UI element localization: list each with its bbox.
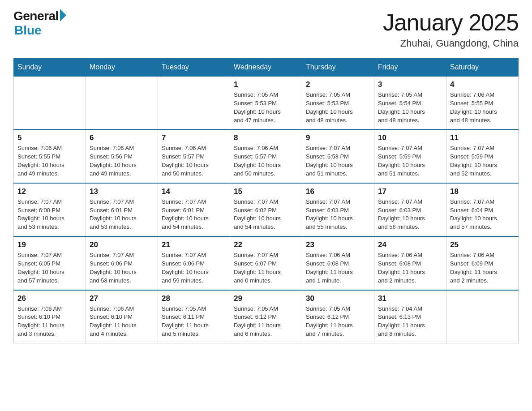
calendar-header-friday: Friday (374, 59, 446, 77)
day-number: 27 (90, 294, 154, 303)
day-info: Sunrise: 7:06 AMSunset: 5:55 PMDaylight:… (450, 91, 515, 124)
calendar-cell: 20Sunrise: 7:07 AMSunset: 6:06 PMDayligh… (86, 236, 158, 290)
logo-general-text: General (13, 9, 59, 23)
calendar-week-4: 19Sunrise: 7:07 AMSunset: 6:05 PMDayligh… (14, 236, 519, 290)
day-info: Sunrise: 7:05 AMSunset: 6:12 PMDaylight:… (234, 305, 298, 338)
calendar-cell: 5Sunrise: 7:06 AMSunset: 5:55 PMDaylight… (14, 129, 86, 183)
day-info: Sunrise: 7:05 AMSunset: 6:11 PMDaylight:… (162, 305, 226, 338)
calendar-header-tuesday: Tuesday (158, 59, 230, 77)
day-number: 24 (378, 240, 442, 249)
day-number: 4 (450, 80, 515, 89)
calendar-cell: 11Sunrise: 7:07 AMSunset: 5:59 PMDayligh… (446, 129, 519, 183)
day-info: Sunrise: 7:07 AMSunset: 6:00 PMDaylight:… (17, 198, 82, 231)
calendar-cell: 14Sunrise: 7:07 AMSunset: 6:01 PMDayligh… (158, 183, 230, 236)
day-info: Sunrise: 7:07 AMSunset: 6:01 PMDaylight:… (162, 198, 226, 231)
calendar-week-5: 26Sunrise: 7:06 AMSunset: 6:10 PMDayligh… (14, 290, 519, 343)
day-number: 19 (17, 240, 82, 249)
title-section: January 2025 Zhuhai, Guangdong, China (383, 9, 519, 49)
calendar-cell: 7Sunrise: 7:06 AMSunset: 5:57 PMDaylight… (158, 129, 230, 183)
calendar-cell: 24Sunrise: 7:06 AMSunset: 6:08 PMDayligh… (374, 236, 446, 290)
month-title: January 2025 (383, 9, 519, 36)
calendar-cell: 2Sunrise: 7:05 AMSunset: 5:53 PMDaylight… (302, 76, 374, 129)
calendar-header-row: SundayMondayTuesdayWednesdayThursdayFrid… (14, 59, 519, 77)
calendar-header-thursday: Thursday (302, 59, 374, 77)
calendar-header-saturday: Saturday (446, 59, 519, 77)
calendar-cell: 1Sunrise: 7:05 AMSunset: 5:53 PMDaylight… (230, 76, 302, 129)
calendar-cell (14, 76, 86, 129)
day-number: 15 (234, 187, 298, 196)
day-info: Sunrise: 7:07 AMSunset: 6:06 PMDaylight:… (90, 251, 154, 285)
day-number: 5 (17, 133, 82, 142)
calendar-cell: 12Sunrise: 7:07 AMSunset: 6:00 PMDayligh… (14, 183, 86, 236)
day-info: Sunrise: 7:07 AMSunset: 5:59 PMDaylight:… (450, 144, 515, 178)
day-number: 23 (306, 240, 370, 249)
calendar-cell: 8Sunrise: 7:06 AMSunset: 5:57 PMDaylight… (230, 129, 302, 183)
day-number: 17 (378, 187, 442, 196)
day-info: Sunrise: 7:04 AMSunset: 6:13 PMDaylight:… (378, 305, 442, 338)
logo-arrow-icon (60, 9, 66, 21)
calendar-cell: 29Sunrise: 7:05 AMSunset: 6:12 PMDayligh… (230, 290, 302, 343)
calendar-cell (86, 76, 158, 129)
day-info: Sunrise: 7:07 AMSunset: 6:05 PMDaylight:… (17, 251, 82, 285)
calendar-header-sunday: Sunday (14, 59, 86, 77)
logo: General Blue (13, 9, 66, 38)
day-info: Sunrise: 7:07 AMSunset: 6:03 PMDaylight:… (378, 198, 442, 231)
calendar-cell: 18Sunrise: 7:07 AMSunset: 6:04 PMDayligh… (446, 183, 519, 236)
day-number: 12 (17, 187, 82, 196)
day-number: 6 (90, 133, 154, 142)
calendar-cell: 28Sunrise: 7:05 AMSunset: 6:11 PMDayligh… (158, 290, 230, 343)
day-number: 8 (234, 133, 298, 142)
calendar-cell: 26Sunrise: 7:06 AMSunset: 6:10 PMDayligh… (14, 290, 86, 343)
day-info: Sunrise: 7:07 AMSunset: 6:06 PMDaylight:… (162, 251, 226, 285)
day-number: 3 (378, 80, 442, 89)
calendar-cell: 10Sunrise: 7:07 AMSunset: 5:59 PMDayligh… (374, 129, 446, 183)
day-info: Sunrise: 7:06 AMSunset: 6:08 PMDaylight:… (378, 251, 442, 285)
calendar-cell: 3Sunrise: 7:05 AMSunset: 5:54 PMDaylight… (374, 76, 446, 129)
calendar-cell: 30Sunrise: 7:05 AMSunset: 6:12 PMDayligh… (302, 290, 374, 343)
calendar-cell: 13Sunrise: 7:07 AMSunset: 6:01 PMDayligh… (86, 183, 158, 236)
day-info: Sunrise: 7:06 AMSunset: 5:55 PMDaylight:… (17, 144, 82, 178)
calendar-cell: 4Sunrise: 7:06 AMSunset: 5:55 PMDaylight… (446, 76, 519, 129)
calendar-cell: 16Sunrise: 7:07 AMSunset: 6:03 PMDayligh… (302, 183, 374, 236)
logo-blue-text: Blue (14, 23, 42, 38)
calendar-cell (158, 76, 230, 129)
calendar-cell: 27Sunrise: 7:06 AMSunset: 6:10 PMDayligh… (86, 290, 158, 343)
calendar-cell: 9Sunrise: 7:07 AMSunset: 5:58 PMDaylight… (302, 129, 374, 183)
day-number: 30 (306, 294, 370, 303)
day-info: Sunrise: 7:07 AMSunset: 6:02 PMDaylight:… (234, 198, 298, 231)
location-subtitle: Zhuhai, Guangdong, China (383, 38, 519, 49)
calendar-week-1: 1Sunrise: 7:05 AMSunset: 5:53 PMDaylight… (14, 76, 519, 129)
day-number: 28 (162, 294, 226, 303)
calendar-header-wednesday: Wednesday (230, 59, 302, 77)
calendar-header-monday: Monday (86, 59, 158, 77)
day-info: Sunrise: 7:07 AMSunset: 5:58 PMDaylight:… (306, 144, 370, 178)
day-number: 7 (162, 133, 226, 142)
day-info: Sunrise: 7:05 AMSunset: 5:54 PMDaylight:… (378, 91, 442, 124)
calendar-cell: 6Sunrise: 7:06 AMSunset: 5:56 PMDaylight… (86, 129, 158, 183)
calendar-cell: 19Sunrise: 7:07 AMSunset: 6:05 PMDayligh… (14, 236, 86, 290)
day-number: 10 (378, 133, 442, 142)
calendar-cell: 25Sunrise: 7:06 AMSunset: 6:09 PMDayligh… (446, 236, 519, 290)
day-info: Sunrise: 7:06 AMSunset: 5:57 PMDaylight:… (162, 144, 226, 178)
day-info: Sunrise: 7:06 AMSunset: 6:08 PMDaylight:… (306, 251, 370, 285)
day-info: Sunrise: 7:07 AMSunset: 6:04 PMDaylight:… (450, 198, 515, 231)
day-info: Sunrise: 7:06 AMSunset: 5:56 PMDaylight:… (90, 144, 154, 178)
day-number: 31 (378, 294, 442, 303)
calendar-cell: 17Sunrise: 7:07 AMSunset: 6:03 PMDayligh… (374, 183, 446, 236)
calendar-cell: 15Sunrise: 7:07 AMSunset: 6:02 PMDayligh… (230, 183, 302, 236)
day-number: 13 (90, 187, 154, 196)
calendar-table: SundayMondayTuesdayWednesdayThursdayFrid… (13, 58, 519, 343)
day-number: 1 (234, 80, 298, 89)
day-number: 18 (450, 187, 515, 196)
calendar-cell (446, 290, 519, 343)
day-info: Sunrise: 7:05 AMSunset: 5:53 PMDaylight:… (306, 91, 370, 124)
day-number: 29 (234, 294, 298, 303)
calendar-cell: 22Sunrise: 7:07 AMSunset: 6:07 PMDayligh… (230, 236, 302, 290)
day-info: Sunrise: 7:05 AMSunset: 6:12 PMDaylight:… (306, 305, 370, 338)
calendar-cell: 31Sunrise: 7:04 AMSunset: 6:13 PMDayligh… (374, 290, 446, 343)
day-number: 25 (450, 240, 515, 249)
day-number: 26 (17, 294, 82, 303)
day-info: Sunrise: 7:06 AMSunset: 6:09 PMDaylight:… (450, 251, 515, 285)
day-info: Sunrise: 7:07 AMSunset: 6:03 PMDaylight:… (306, 198, 370, 231)
day-info: Sunrise: 7:06 AMSunset: 5:57 PMDaylight:… (234, 144, 298, 178)
